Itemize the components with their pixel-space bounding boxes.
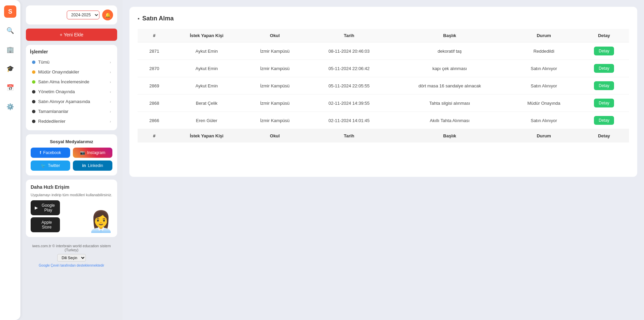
table-header-row: # İstek Yapan Kişi Okul Tarih Başlık Dur… xyxy=(138,29,629,43)
google-play-button[interactable]: ▶ Google Play xyxy=(31,200,60,215)
table-row: 2869 Aykut Emin İzmir Kampüsü 05-11-2024… xyxy=(138,77,629,95)
cell-detail-3[interactable]: Detay xyxy=(579,95,629,112)
chevron-satinalma: › xyxy=(110,80,111,84)
social-section: Sosyal Medyalarımız f Facebook 📷 Instagr… xyxy=(26,134,117,175)
page-title-text: Satın Alma xyxy=(142,15,174,22)
cell-title-0: dekoratif taş xyxy=(391,43,508,60)
main-content: ▪ Satın Alma # İstek Yapan Kişi Okul Tar… xyxy=(123,0,644,320)
sidebar-footer: iwes.com.tr © interbrain world education… xyxy=(26,241,117,270)
cell-person-4: Eren Güler xyxy=(171,112,242,129)
calendar-nav-icon[interactable]: 📅 xyxy=(4,82,16,94)
app-section: Daha Hızlı Erişim Uygulamayı indirip tüm… xyxy=(26,180,117,237)
cell-status-4: Satın Alınıyor xyxy=(508,112,579,129)
nav-logo[interactable]: S xyxy=(4,5,16,18)
linkedin-button[interactable]: in Linkedin xyxy=(73,161,112,171)
dot-muduronay xyxy=(32,70,35,74)
menu-label-reddedilen: Reddedilenler xyxy=(38,119,65,124)
col-header-date: Tarih xyxy=(307,29,391,43)
dot-all xyxy=(32,61,35,64)
nav-bar: S 🔍 🏢 🎓 📅 ⚙️ xyxy=(0,0,20,320)
graduation-nav-icon[interactable]: 🎓 xyxy=(4,63,16,75)
menu-label-muduronay: Müdür Onayındakiler xyxy=(38,69,79,74)
sidebar: 2024-2025 2023-2024 2025-2026 🔔 + Yeni E… xyxy=(20,0,123,320)
menu-title: İşlemler xyxy=(30,49,113,54)
cell-detail-1[interactable]: Detay xyxy=(579,60,629,77)
chevron-yonetim: › xyxy=(110,90,111,94)
cell-date-0: 08-11-2024 20:46:03 xyxy=(307,43,391,60)
menu-item-tamamlanan[interactable]: Tamamlananlar › xyxy=(30,106,113,116)
page-title: ▪ Satın Alma xyxy=(138,15,629,22)
col-header-id: # xyxy=(138,29,171,43)
instagram-button[interactable]: 📷 Instagram xyxy=(73,148,112,158)
cell-person-0: Aykut Emin xyxy=(171,43,242,60)
facebook-label: Facebook xyxy=(43,150,61,155)
dot-satinalma xyxy=(32,80,35,84)
footer-col-detail: Detay xyxy=(579,129,629,143)
menu-label-tamamlanan: Tamamlananlar xyxy=(38,109,68,114)
cell-date-4: 02-11-2024 14:01:45 xyxy=(307,112,391,129)
google-play-label: Google Play xyxy=(41,203,56,213)
sidebar-header: 2024-2025 2023-2024 2025-2026 🔔 xyxy=(26,5,117,24)
menu-item-satinaliniyor[interactable]: Satın Alınıyor Aşamasında › xyxy=(30,97,113,106)
social-grid: f Facebook 📷 Instagram 🐦 Twitter in Link… xyxy=(31,148,112,171)
detail-button-1[interactable]: Detay xyxy=(594,64,614,73)
cell-person-1: Aykut Emin xyxy=(171,60,242,77)
cell-title-2: dört masa 16 sandalye alınacak xyxy=(391,77,508,95)
cell-date-2: 05-11-2024 22:05:55 xyxy=(307,77,391,95)
language-select[interactable]: Dili Seçin xyxy=(57,254,86,262)
cell-school-4: İzmir Kampüsü xyxy=(242,112,308,129)
new-add-button[interactable]: + Yeni Ekle xyxy=(26,29,117,41)
settings-nav-icon[interactable]: ⚙️ xyxy=(4,101,16,113)
year-select[interactable]: 2024-2025 2023-2024 2025-2026 xyxy=(67,11,99,19)
detail-button-0[interactable]: Detay xyxy=(594,47,614,55)
cell-id-3: 2868 xyxy=(138,95,171,112)
cell-detail-2[interactable]: Detay xyxy=(579,77,629,95)
dot-yonetim xyxy=(32,90,35,94)
chevron-tamamlanan: › xyxy=(110,110,111,114)
cell-detail-0[interactable]: Detay xyxy=(579,43,629,60)
dot-satinaliniyor xyxy=(32,100,35,103)
detail-button-4[interactable]: Detay xyxy=(594,116,614,125)
detail-button-3[interactable]: Detay xyxy=(594,99,614,107)
bell-icon[interactable]: 🔔 xyxy=(102,10,113,20)
footer-col-title: Başlık xyxy=(391,129,508,143)
linkedin-label: Linkedin xyxy=(88,163,103,168)
menu-label-all: Tümü xyxy=(38,60,49,65)
cell-detail-4[interactable]: Detay xyxy=(579,112,629,129)
social-title: Sosyal Medyalarımız xyxy=(31,139,112,144)
dot-tamamlanan xyxy=(32,110,35,113)
cell-id-4: 2866 xyxy=(138,112,171,129)
twitter-label: Twitter xyxy=(48,163,60,168)
col-header-school: Okul xyxy=(242,29,308,43)
table-row: 2870 Aykut Emin İzmir Kampüsü 05-11-2024… xyxy=(138,60,629,77)
apple-store-button[interactable]: Apple Store xyxy=(31,217,60,232)
menu-item-satinalma[interactable]: Satın Alma İncelemesinde › xyxy=(30,77,113,87)
search-nav-icon[interactable]: 🔍 xyxy=(4,24,16,37)
twitter-button[interactable]: 🐦 Twitter xyxy=(31,161,70,171)
table-row: 2866 Eren Güler İzmir Kampüsü 02-11-2024… xyxy=(138,112,629,129)
menu-item-all[interactable]: Tümü › xyxy=(30,57,113,67)
cell-id-1: 2870 xyxy=(138,60,171,77)
twitter-icon: 🐦 xyxy=(41,163,46,168)
cell-title-3: Tahta silgisi alınması xyxy=(391,95,508,112)
page-title-icon: ▪ xyxy=(138,16,140,22)
footer-col-person: İstek Yapan Kişi xyxy=(171,129,242,143)
facebook-button[interactable]: f Facebook xyxy=(31,148,70,158)
menu-item-muduronay[interactable]: Müdür Onayındakiler › xyxy=(30,67,113,77)
menu-item-reddedilen[interactable]: Reddedilenler › xyxy=(30,116,113,126)
menu-item-yonetim[interactable]: Yönetim Onayında › xyxy=(30,87,113,97)
app-title: Daha Hızlı Erişim xyxy=(31,184,112,190)
cell-title-1: kapı çek alınması xyxy=(391,60,508,77)
col-header-person: İstek Yapan Kişi xyxy=(171,29,242,43)
menu-label-satinalma: Satın Alma İncelemesinde xyxy=(38,79,89,84)
app-desc: Uygulamayı indirip tüm modülleri kullana… xyxy=(31,192,112,198)
google-translate-note: Google Çeviri tarafından desteklenmekted… xyxy=(29,264,114,267)
apple-store-label: Apple Store xyxy=(37,220,56,230)
cell-status-2: Satın Alınıyor xyxy=(508,77,579,95)
detail-button-2[interactable]: Detay xyxy=(594,81,614,90)
cell-person-3: Berat Çelik xyxy=(171,95,242,112)
cell-title-4: Akıllı Tahta Alınması xyxy=(391,112,508,129)
building-nav-icon[interactable]: 🏢 xyxy=(4,44,16,56)
menu-label-satinaliniyor: Satın Alınıyor Aşamasında xyxy=(38,99,90,104)
cell-school-3: İzmir Kampüsü xyxy=(242,95,308,112)
